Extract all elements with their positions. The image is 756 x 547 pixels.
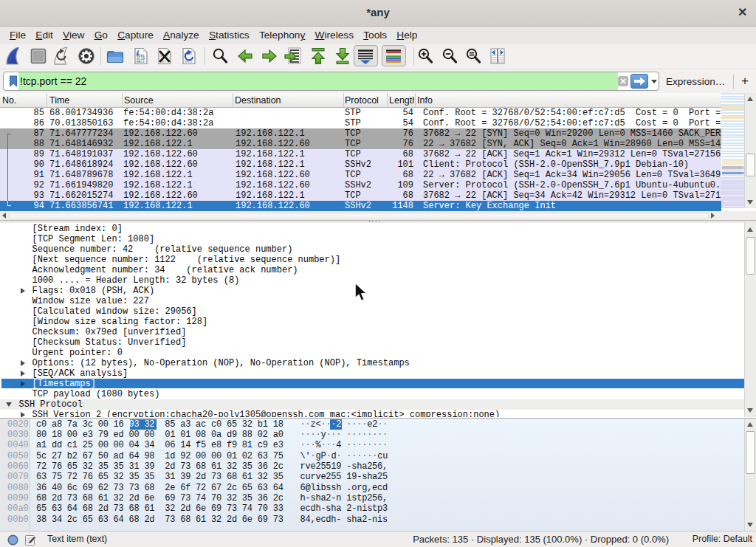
svg-text:0011: 0011: [137, 60, 145, 63]
